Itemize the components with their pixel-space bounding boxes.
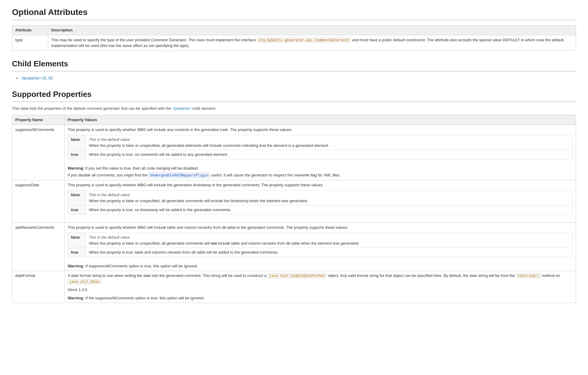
prop-val-suppress-date: This property is used to specify whether… xyxy=(65,180,576,222)
prop-val-suppress-all: This property is used to specify whether… xyxy=(65,125,576,180)
table-row: dateFormat A date format string to use w… xyxy=(12,271,576,303)
property-link[interactable]: <property> (0..N) xyxy=(21,76,53,80)
table-row: false This is the default value When the… xyxy=(68,233,573,248)
properties-table: Property Name Property Values suppressAl… xyxy=(12,115,576,303)
table-row: false This is the default value When the… xyxy=(68,135,573,150)
table-row: true When the property is true, no comme… xyxy=(68,150,573,159)
table-row: suppressDate This property is used to sp… xyxy=(12,180,576,222)
attr-type: type xyxy=(12,35,48,51)
prop-name-date-format: dateFormat xyxy=(12,271,65,303)
table-row: suppressAllComments This property is use… xyxy=(12,125,576,180)
table-row: type This may be used to specify the typ… xyxy=(12,35,576,51)
attr-col-header: Attribute xyxy=(12,25,48,35)
list-item: <property> (0..N) xyxy=(21,75,576,81)
optional-attributes-title: Optional Attributes xyxy=(12,6,576,20)
child-elements-list: <property> (0..N) xyxy=(12,75,576,81)
supported-properties-intro: This table lists the properties of the d… xyxy=(12,106,576,112)
table-row: true When the property is true, no times… xyxy=(68,205,573,215)
prop-name-suppress-all: suppressAllComments xyxy=(12,125,65,180)
prop-val-date-format: A date format string to use when writing… xyxy=(65,271,576,303)
property-link-intro[interactable]: <property> xyxy=(172,106,191,111)
table-row: addRemarkComments This property is used … xyxy=(12,222,576,271)
table-row: true When the property is true, table an… xyxy=(68,248,573,257)
attr-type-desc: This may be used to specify the type of … xyxy=(48,35,576,51)
code-comment-generator: org.mybatis.generator.api.CommentGenerat… xyxy=(257,37,351,43)
child-elements-title: Child Elements xyxy=(12,58,576,71)
prop-values-header: Property Values xyxy=(65,115,576,125)
supported-properties-title: Supported Properties xyxy=(12,89,576,102)
table-row: false This is the default value When the… xyxy=(68,190,573,205)
prop-name-add-remark: addRemarkComments xyxy=(12,222,65,271)
prop-name-header: Property Name xyxy=(12,115,65,125)
desc-col-header: Description xyxy=(48,25,576,35)
prop-name-suppress-date: suppressDate xyxy=(12,180,65,222)
optional-attributes-table: Attribute Description type This may be u… xyxy=(12,25,576,51)
prop-val-add-remark: This property is used to specify whether… xyxy=(65,222,576,271)
